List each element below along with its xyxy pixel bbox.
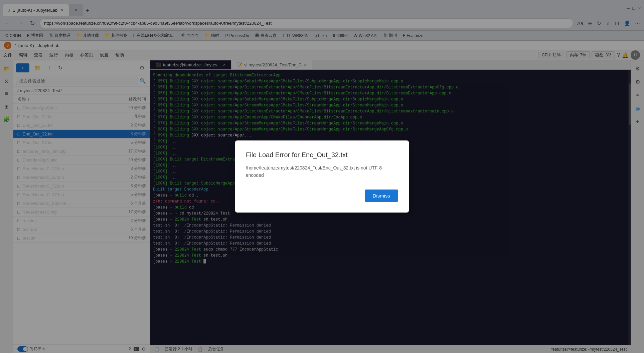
modal-title: File Load Error for Enc_Out_32.txt <box>246 151 398 159</box>
modal-dialog: File Load Error for Enc_Out_32.txt /home… <box>235 140 409 213</box>
dismiss-button[interactable]: Dismiss <box>365 190 398 202</box>
modal-footer: Dismiss <box>246 190 398 202</box>
modal-overlay[interactable]: File Load Error for Enc_Out_32.txt /home… <box>0 0 644 353</box>
modal-body: /home/featurize/mytest/220824_Test/Enc_O… <box>246 164 398 179</box>
